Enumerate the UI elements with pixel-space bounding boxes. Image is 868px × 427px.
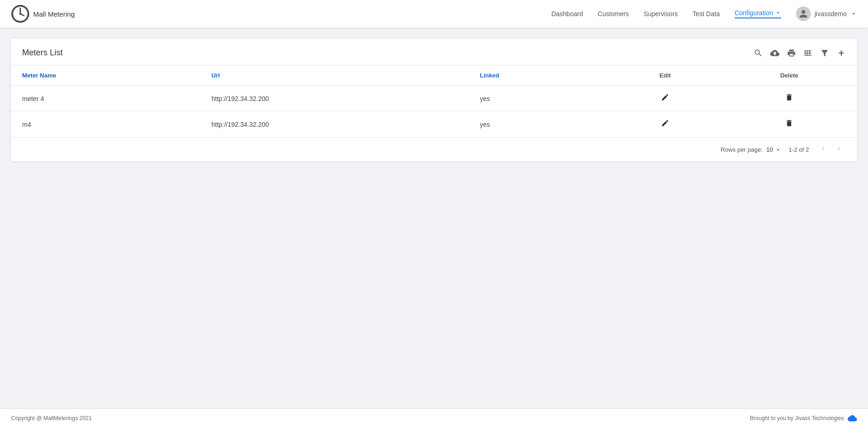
rows-per-page-value: 10 xyxy=(766,146,773,153)
pencil-icon xyxy=(661,119,669,127)
delete-button-2[interactable] xyxy=(785,120,793,129)
user-chevron-down-icon xyxy=(850,11,857,17)
col-header-edit: Edit xyxy=(609,65,722,86)
brand-name: Mall Metering xyxy=(33,10,75,18)
cell-url-2: http://192.34.32.200 xyxy=(200,112,469,137)
nav-links: Dashboard Customers Supervisors Test Dat… xyxy=(551,6,857,21)
chevron-down-icon xyxy=(775,10,781,16)
copyright-text: Copyright @ MallMeterings 2021 xyxy=(11,415,92,421)
svg-point-4 xyxy=(19,13,21,15)
footer-logo-icon xyxy=(848,414,857,423)
brought-by-text: Brought to you by Jivass Technologies xyxy=(750,415,844,421)
col-header-delete: Delete xyxy=(721,65,857,86)
brand-logo-icon xyxy=(11,5,30,23)
rows-per-page: Rows per page: 10 xyxy=(720,146,781,153)
filter-icon xyxy=(820,48,829,58)
cell-edit-2[interactable] xyxy=(609,112,722,137)
filter-button[interactable] xyxy=(820,48,829,58)
cell-delete-1[interactable] xyxy=(721,86,857,112)
nav-dashboard[interactable]: Dashboard xyxy=(551,10,583,18)
upload-icon xyxy=(770,48,779,58)
pagination-bar: Rows per page: 10 1-2 of 2 xyxy=(11,137,857,161)
cell-meter-name-1: meter 4 xyxy=(11,86,200,112)
col-header-url: Url xyxy=(200,65,469,86)
meters-table: Meter Name Url Linked Edit Delete meter … xyxy=(11,65,857,137)
add-button[interactable] xyxy=(837,48,846,58)
nav-test-data[interactable]: Test Data xyxy=(693,10,720,18)
print-button[interactable] xyxy=(787,48,796,58)
table-row: meter 4 http://192.34.32.200 yes xyxy=(11,86,857,112)
meters-list-card: Meters List xyxy=(11,39,857,161)
delete-button-1[interactable] xyxy=(785,94,793,103)
brand[interactable]: Mall Metering xyxy=(11,5,75,23)
col-header-meter-name: Meter Name xyxy=(11,65,200,86)
page-navigation xyxy=(816,143,846,156)
next-page-button[interactable] xyxy=(832,143,846,156)
table-header-row: Meter Name Url Linked Edit Delete xyxy=(11,65,857,86)
trash-icon xyxy=(785,93,793,101)
rows-per-page-select[interactable]: 10 xyxy=(766,146,781,153)
columns-icon xyxy=(803,48,813,58)
chevron-left-icon xyxy=(819,144,827,153)
page-title: Meters List xyxy=(22,48,754,58)
avatar xyxy=(796,6,811,21)
upload-button[interactable] xyxy=(770,48,779,58)
footer-right: Brought to you by Jivass Technologies xyxy=(750,414,857,423)
user-menu[interactable]: jivassdemo xyxy=(796,6,857,21)
add-icon xyxy=(837,48,846,58)
nav-customers[interactable]: Customers xyxy=(598,10,629,18)
col-header-linked: Linked xyxy=(469,65,608,86)
user-avatar-icon xyxy=(799,9,808,18)
trash-icon xyxy=(785,119,793,127)
username-label: jivassdemo xyxy=(814,10,847,18)
rows-chevron-down-icon xyxy=(775,147,781,153)
chevron-right-icon xyxy=(835,144,843,153)
rows-per-page-label: Rows per page: xyxy=(720,146,762,153)
main-content: Meters List xyxy=(0,28,868,409)
table-row: m4 http://192.34.32.200 yes xyxy=(11,112,857,137)
search-icon xyxy=(754,48,763,58)
edit-button-2[interactable] xyxy=(661,120,669,129)
columns-button[interactable] xyxy=(803,48,813,58)
prev-page-button[interactable] xyxy=(816,143,830,156)
navbar: Mall Metering Dashboard Customers Superv… xyxy=(0,0,868,28)
search-button[interactable] xyxy=(754,48,763,58)
print-icon xyxy=(787,48,796,58)
card-header: Meters List xyxy=(11,39,857,65)
cell-url-1: http://192.34.32.200 xyxy=(200,86,469,112)
page-info: 1-2 of 2 xyxy=(789,146,809,153)
cell-linked-1: yes xyxy=(469,86,608,112)
nav-supervisors[interactable]: Supervisors xyxy=(644,10,678,18)
nav-configuration[interactable]: Configuration xyxy=(735,9,781,18)
cell-linked-2: yes xyxy=(469,112,608,137)
footer: Copyright @ MallMeterings 2021 Brought t… xyxy=(0,409,868,427)
cell-delete-2[interactable] xyxy=(721,112,857,137)
cell-edit-1[interactable] xyxy=(609,86,722,112)
card-actions xyxy=(754,48,846,58)
pencil-icon xyxy=(661,93,669,101)
edit-button-1[interactable] xyxy=(661,94,669,103)
cell-meter-name-2: m4 xyxy=(11,112,200,137)
